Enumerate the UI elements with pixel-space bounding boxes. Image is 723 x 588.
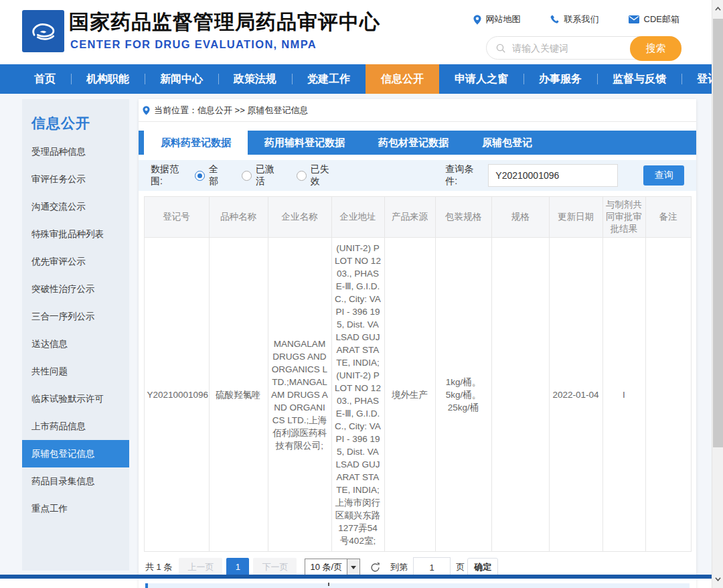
sidebar-item-10[interactable]: 上市药品信息 <box>22 413 129 440</box>
nav-item-0[interactable]: 首页 <box>19 64 71 94</box>
registration-table: 登记号品种名称企业名称企业地址产品来源包装规格规格更新日期与制剂共同审批审批结果… <box>144 196 692 552</box>
breadcrumb-pin-icon <box>143 106 150 115</box>
scroll-up-arrow-icon[interactable] <box>712 3 723 14</box>
sidebar-items: 受理品种信息审评任务公示沟通交流公示特殊审批品种列表优先审评公示突破性治疗公示三… <box>22 138 129 522</box>
contact-link[interactable]: 联系我们 <box>550 13 599 25</box>
sidebar-item-0[interactable]: 受理品种信息 <box>22 138 129 165</box>
breadcrumb-text: 当前位置：信息公开 >> 原辅包登记信息 <box>154 104 308 117</box>
page: 国家药品监督管理局药品审评中心 CENTER FOR DRUG EVALUATI… <box>0 0 723 588</box>
scope-options: 全部已激活已失效 <box>195 163 333 188</box>
sitemap-link[interactable]: 网站地图 <box>473 13 521 25</box>
nav-item-7[interactable]: 办事服务 <box>524 64 597 94</box>
sidebar-item-3[interactable]: 特殊审批品种列表 <box>22 220 129 248</box>
sidebar-item-4[interactable]: 优先审评公示 <box>22 248 129 275</box>
next-page-button[interactable]: 下一页 <box>253 558 297 577</box>
radio-icon[interactable] <box>297 171 307 181</box>
table-header-cell-5: 包装规格 <box>435 197 491 238</box>
site-title: 国家药品监督管理局药品审评中心 <box>69 9 380 36</box>
table-header-cell-0: 登记号 <box>144 197 209 238</box>
note-box: 注： “与制剂共同审评审批结果” 释义： 符号 代表含义 A已批准在上市制剂使用… <box>145 583 690 588</box>
tab-3[interactable]: 原辅包登记 <box>465 131 549 155</box>
phone-icon <box>550 15 560 24</box>
page-scrollbar[interactable] <box>712 0 723 588</box>
sidebar-item-7[interactable]: 送达信息 <box>22 330 129 358</box>
table-header-cell-3: 企业地址 <box>331 197 384 238</box>
sidebar-item-12[interactable]: 药品目录集信息 <box>22 467 129 495</box>
table-cell-0: Y20210001096 <box>144 238 209 552</box>
nav-item-3[interactable]: 政策法规 <box>218 64 292 94</box>
sidebar-item-6[interactable]: 三合一序列公示 <box>22 303 129 330</box>
radio-icon[interactable] <box>195 171 205 181</box>
query-button[interactable]: 查询 <box>643 165 684 186</box>
scope-label: 数据范围: <box>151 163 187 188</box>
table-header-row: 登记号品种名称企业名称企业地址产品来源包装规格规格更新日期与制剂共同审批审批结果… <box>144 197 691 238</box>
scope-option-2[interactable]: 已失效 <box>297 163 333 188</box>
table-header-cell-2: 企业名称 <box>268 197 331 238</box>
nav-item-4[interactable]: 党建工作 <box>292 64 366 94</box>
table-cell-9 <box>645 238 691 552</box>
main-nav: 首页机构职能新闻中心政策法规党建工作信息公开申请人之窗办事服务监督与反馈登记备案… <box>0 64 712 94</box>
prev-page-button[interactable]: 上一页 <box>179 558 222 577</box>
sitemap-link-label: 网站地图 <box>486 13 521 25</box>
page-size-select[interactable]: 10 条/页 <box>305 559 360 577</box>
nav-item-1[interactable]: 机构职能 <box>71 64 145 94</box>
scope-option-label: 全部 <box>209 163 224 188</box>
sidebar-item-11[interactable]: 原辅包登记信息 <box>22 440 129 467</box>
breadcrumb: 当前位置：信息公开 >> 原辅包登记信息 <box>139 99 696 122</box>
table-cell-1: 硫酸羟氯喹 <box>209 238 268 552</box>
scope-option-0[interactable]: 全部 <box>195 163 224 188</box>
mail-icon <box>629 15 639 23</box>
cde-logo[interactable] <box>22 10 64 52</box>
tab-bar: 原料药登记数据药用辅料登记数据药包材登记数据原辅包登记 <box>139 131 696 155</box>
scope-option-label: 已失效 <box>311 163 333 188</box>
scroll-down-arrow-icon[interactable] <box>712 573 723 585</box>
nav-item-8[interactable]: 监督与反馈 <box>597 64 681 94</box>
table-header-cell-9: 备注 <box>645 197 691 238</box>
contact-link-label: 联系我们 <box>564 13 599 25</box>
radio-icon[interactable] <box>242 171 252 181</box>
table-row: Y20210001096硫酸羟氯喹MANGALAM DRUGS AND ORGA… <box>144 238 691 552</box>
mail-link-label: CDE邮箱 <box>644 13 679 25</box>
tab-2[interactable]: 药包材登记数据 <box>362 131 465 155</box>
nav-item-2[interactable]: 新闻中心 <box>145 64 218 94</box>
tab-0[interactable]: 原料药登记数据 <box>144 131 248 155</box>
sidebar: 信息公开 受理品种信息审评任务公示沟通交流公示特殊审批品种列表优先审评公示突破性… <box>22 99 129 571</box>
page-number-button[interactable]: 1 <box>226 558 249 577</box>
site-search: 搜索 <box>486 36 681 60</box>
table-cell-8: I <box>602 238 645 552</box>
site-header: 国家药品监督管理局药品审评中心 CENTER FOR DRUG EVALUATI… <box>0 0 712 64</box>
content-panel: 当前位置：信息公开 >> 原辅包登记信息 原料药登记数据药用辅料登记数据药包材登… <box>139 99 696 588</box>
footer-bar <box>0 575 712 579</box>
mail-link[interactable]: CDE邮箱 <box>629 13 679 25</box>
cde-logo-swirl-icon <box>26 14 61 49</box>
table-cell-5: 1kg/桶。5kg/桶。25kg/桶 <box>435 238 491 552</box>
nav-item-6[interactable]: 申请人之窗 <box>439 64 524 94</box>
search-button[interactable]: 搜索 <box>630 36 681 61</box>
map-pin-icon <box>473 15 481 25</box>
scrollbar-thumb[interactable] <box>713 19 723 447</box>
refresh-icon[interactable] <box>370 562 381 573</box>
nav-item-5[interactable]: 信息公开 <box>366 64 439 94</box>
query-input[interactable] <box>488 164 618 187</box>
sidebar-item-13[interactable]: 重点工作 <box>22 495 129 522</box>
chevron-down-icon <box>351 566 356 569</box>
total-count: 共 1 条 <box>145 561 172 573</box>
goto-label: 到第 <box>390 561 408 573</box>
tab-1[interactable]: 药用辅料登记数据 <box>248 131 362 155</box>
filter-bar: 数据范围: 全部已激活已失效 查询条件: 查询 <box>139 160 696 191</box>
goto-unit: 页 <box>456 561 465 573</box>
site-subtitle: CENTER FOR DRUG EVALUATION, NMPA <box>70 38 317 51</box>
sidebar-title: 信息公开 <box>22 99 129 138</box>
top-links: 网站地图 联系我们 CDE邮箱 <box>473 13 679 25</box>
sidebar-item-8[interactable]: 共性问题 <box>22 358 129 385</box>
select-arrow-box[interactable] <box>347 559 359 576</box>
sidebar-item-9[interactable]: 临床试验默示许可 <box>22 385 129 413</box>
sidebar-item-2[interactable]: 沟通交流公示 <box>22 193 129 220</box>
sidebar-item-5[interactable]: 突破性治疗公示 <box>22 275 129 303</box>
sidebar-item-1[interactable]: 审评任务公示 <box>22 165 129 193</box>
page-size-value: 10 条/页 <box>305 561 347 573</box>
table-cell-4: 境外生产 <box>384 238 435 552</box>
scope-option-1[interactable]: 已激活 <box>242 163 278 188</box>
scope-option-label: 已激活 <box>256 163 278 188</box>
goto-confirm-button[interactable]: 确定 <box>467 558 498 577</box>
